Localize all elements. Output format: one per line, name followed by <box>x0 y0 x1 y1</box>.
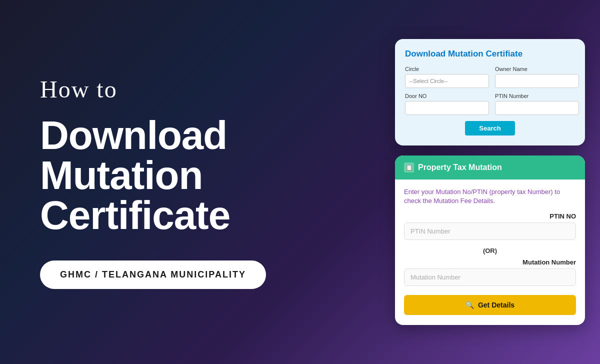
form-row-1: Circle Owner Name <box>405 66 575 88</box>
mutation-number-input[interactable] <box>404 268 576 286</box>
ptin-no-label: PTIN NO <box>404 212 576 220</box>
form-row-2: Door NO PTIN Number <box>405 93 575 115</box>
search-button[interactable]: Search <box>465 121 514 136</box>
download-mutation-card: Download Mutation Certifiate Circle Owne… <box>395 39 585 146</box>
owner-name-group: Owner Name <box>495 66 579 88</box>
or-text: (OR) <box>404 247 576 254</box>
left-section: How to Download Mutation Certificate GHM… <box>0 46 390 319</box>
circle-label: Circle <box>405 66 489 72</box>
door-no-label: Door NO <box>405 93 489 99</box>
ptin-group: PTIN Number <box>495 93 579 115</box>
municipality-badge: GHMC / TELANGANA MUNICIPALITY <box>40 260 266 289</box>
card2-ptin-input[interactable] <box>404 222 576 240</box>
ptin-input[interactable] <box>495 101 579 115</box>
how-to-label: How to <box>40 76 360 103</box>
main-title: Download Mutation Certificate <box>40 116 360 236</box>
right-section: Download Mutation Certifiate Circle Owne… <box>390 24 600 340</box>
door-no-group: Door NO <box>405 93 489 115</box>
title-line2: Mutation <box>40 153 202 198</box>
circle-input[interactable] <box>405 74 489 88</box>
badge-text: GHMC / TELANGANA MUNICIPALITY <box>60 270 246 280</box>
property-tax-mutation-card: 📋 Property Tax Mutation Enter your Mutat… <box>395 156 585 325</box>
owner-name-label: Owner Name <box>495 66 579 72</box>
card2-header: 📋 Property Tax Mutation <box>395 156 585 180</box>
doc-icon: 📋 <box>406 164 413 171</box>
search-icon: 🔍 <box>466 301 474 309</box>
owner-name-input[interactable] <box>495 74 579 88</box>
card2-header-title: Property Tax Mutation <box>418 163 502 172</box>
mutation-number-label: Mutation Number <box>404 258 576 266</box>
card1-title: Download Mutation Certifiate <box>405 49 575 59</box>
card2-header-icon: 📋 <box>404 162 414 172</box>
get-details-label: Get Details <box>478 301 514 309</box>
title-line1: Download <box>40 113 227 158</box>
door-no-input[interactable] <box>405 101 489 115</box>
circle-group: Circle <box>405 66 489 88</box>
search-btn-container: Search <box>405 121 575 136</box>
card2-body: Enter your Mutation No/PTIN (property ta… <box>395 180 585 325</box>
get-details-button[interactable]: 🔍 Get Details <box>404 295 576 315</box>
info-text: Enter your Mutation No/PTIN (property ta… <box>404 188 576 206</box>
ptin-label: PTIN Number <box>495 93 579 99</box>
title-line3: Certificate <box>40 193 230 238</box>
